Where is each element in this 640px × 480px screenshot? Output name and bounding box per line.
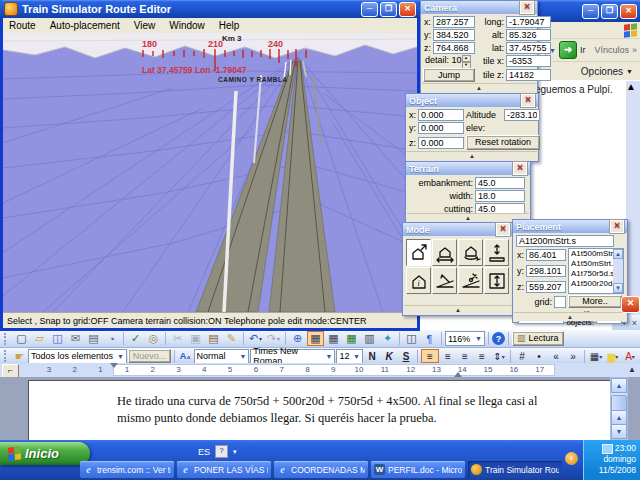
more-button[interactable]: More.. xyxy=(568,295,622,308)
numbered-list-button[interactable]: # xyxy=(514,349,530,363)
styles-formatting-icon[interactable]: A₄ xyxy=(178,349,193,364)
taskbar-button[interactable]: COORDENADAS MUR... xyxy=(274,461,368,478)
scroll-down-icon[interactable]: ▼ xyxy=(613,283,623,293)
menu-item[interactable]: Help xyxy=(219,20,240,31)
collapse-handle[interactable]: ▲ xyxy=(407,213,529,222)
camera-long-input[interactable] xyxy=(506,16,551,28)
bold-button[interactable]: N xyxy=(364,349,380,363)
columns-icon[interactable]: ▥ xyxy=(361,331,378,346)
start-button[interactable]: Inicio xyxy=(0,442,90,465)
language-indicator[interactable]: ES xyxy=(198,447,210,457)
highlight-button[interactable]: ▆ xyxy=(605,349,621,363)
borders-button[interactable]: ▦ xyxy=(588,349,604,363)
language-options-icon[interactable]: ▾ xyxy=(233,448,237,456)
current-section-input[interactable] xyxy=(516,235,614,247)
save-icon[interactable]: ◫ xyxy=(49,331,66,346)
align-left-button[interactable]: ≡ xyxy=(421,349,439,363)
terrain-value-input[interactable] xyxy=(475,177,525,189)
tray-chevron-icon[interactable]: ‹ xyxy=(565,452,578,465)
print-icon[interactable]: ▤ xyxy=(85,331,102,346)
menu-item[interactable]: Window xyxy=(169,20,205,31)
insert-table-icon[interactable]: ▦ xyxy=(325,331,342,346)
menu-item[interactable]: View xyxy=(134,20,156,31)
links-chevron-icon[interactable]: » xyxy=(632,45,637,55)
mode-info-button[interactable]: i xyxy=(406,267,431,294)
taskbar-button[interactable]: PERFIL.doc - Microso... xyxy=(371,461,465,478)
collapse-handle[interactable]: ▲ xyxy=(422,83,536,92)
menu-item[interactable]: Auto-placement xyxy=(50,20,120,31)
mode-slope-button[interactable] xyxy=(432,267,457,294)
ie-restore-button[interactable]: ❐ xyxy=(601,4,618,19)
justify-button[interactable]: ≡ xyxy=(474,349,490,363)
options-label[interactable]: Opciones xyxy=(581,66,623,77)
minimize-button[interactable]: ─ xyxy=(361,2,378,17)
detail-spinner[interactable]: ▲▼ xyxy=(462,55,471,67)
placement-close-icon[interactable]: ✕ xyxy=(610,220,624,233)
camera-x-input[interactable] xyxy=(433,16,475,28)
spelling-icon[interactable]: ✓ xyxy=(127,331,144,346)
taskbar-button[interactable]: trensim.com :: Ver te... xyxy=(80,461,174,478)
split-arrow-icon[interactable]: ▲ xyxy=(628,365,636,374)
right-indent-marker[interactable] xyxy=(454,368,462,377)
tables-borders-icon[interactable]: ▦ xyxy=(307,331,324,346)
ie-minimize-button[interactable]: ─ xyxy=(582,4,599,19)
toolbar-grip[interactable] xyxy=(4,350,9,362)
network-icon[interactable] xyxy=(602,444,613,454)
reading-view-button[interactable]: ▥ Lectura xyxy=(512,331,564,346)
help-icon[interactable]: ? xyxy=(492,332,505,345)
scroll-up-icon[interactable]: ▲ xyxy=(626,81,636,92)
word-scrollbar[interactable]: ▲ ▲ ▼ xyxy=(610,377,628,440)
format-painter-icon[interactable]: ✎ xyxy=(223,331,240,346)
menu-item[interactable]: Route xyxy=(9,20,36,31)
camera-close-icon[interactable]: ✕ xyxy=(520,1,534,14)
bullets-button[interactable]: • xyxy=(531,349,547,363)
mode-pick-slope-button[interactable] xyxy=(458,267,483,294)
object-close-icon[interactable]: ✕ xyxy=(521,94,535,107)
paste-icon[interactable]: ▤ xyxy=(205,331,222,346)
links-label[interactable]: Vínculos xyxy=(594,45,629,55)
collapse-handle[interactable]: ▲ xyxy=(404,305,512,314)
new-document-icon[interactable]: ▢ xyxy=(13,331,30,346)
underline-button[interactable]: S xyxy=(398,349,414,363)
open-folder-icon[interactable]: ▱ xyxy=(31,331,48,346)
insert-excel-icon[interactable]: ▦ xyxy=(343,331,360,346)
line-spacing-button[interactable]: ⇕ xyxy=(491,349,507,363)
new-style-button[interactable]: Nuevo... xyxy=(128,349,171,363)
list-scrollbar[interactable]: ▲ ▼ xyxy=(613,249,623,293)
scroll-up-icon[interactable]: ▲ xyxy=(611,378,627,393)
research-icon[interactable]: ◎ xyxy=(145,331,162,346)
document-page[interactable]: He tirado una curva de 750r5d + 500r20d … xyxy=(28,380,612,440)
camera-y-input[interactable] xyxy=(433,29,475,41)
redo-icon[interactable]: ↷ xyxy=(265,331,282,346)
camera-z-input[interactable] xyxy=(433,42,475,54)
collapse-handle[interactable]: ▲ xyxy=(514,312,626,321)
reset-rotation-button[interactable]: Reset rotation xyxy=(466,135,540,150)
help-icon[interactable]: ? xyxy=(215,445,228,458)
go-button[interactable]: ➜ xyxy=(559,41,577,59)
placement-x-input[interactable] xyxy=(526,249,566,261)
document-map-icon[interactable]: ◫ xyxy=(403,331,420,346)
tile-x-input[interactable] xyxy=(506,55,551,67)
placement-y-input[interactable] xyxy=(526,265,566,277)
grid-checkbox[interactable] xyxy=(554,296,566,308)
language-bar[interactable]: ES ? ▾ xyxy=(198,445,237,458)
style-dropdown[interactable]: Normal▼ xyxy=(194,349,250,364)
italic-button[interactable]: K xyxy=(381,349,397,363)
decrease-indent-button[interactable]: « xyxy=(548,349,564,363)
ie-close-button[interactable]: ✕ xyxy=(620,4,637,19)
mode-move-button[interactable] xyxy=(432,239,457,266)
cut-icon[interactable]: ✂ xyxy=(169,331,186,346)
font-dropdown[interactable]: Times New Roman▼ xyxy=(250,349,335,364)
taskbar-button[interactable]: Train Simulator Route... xyxy=(468,461,562,478)
font-size-dropdown[interactable]: 12▼ xyxy=(336,349,363,364)
toolbar-grip[interactable] xyxy=(4,333,10,345)
drawing-icon[interactable]: ✦ xyxy=(379,331,396,346)
maximize-button[interactable]: ❐ xyxy=(380,2,397,17)
hyperlink-icon[interactable]: ⊕ xyxy=(289,331,306,346)
section-listbox[interactable]: A1t500mStrt.sA1t50mStrt.sA1t750r5d.sA1t5… xyxy=(568,248,624,294)
terrain-value-input[interactable] xyxy=(475,190,525,202)
font-color-button[interactable]: A xyxy=(622,349,638,363)
jump-button[interactable]: Jump xyxy=(423,68,475,82)
go-label[interactable]: Ir xyxy=(580,45,586,55)
undo-icon[interactable]: ↶ xyxy=(247,331,264,346)
